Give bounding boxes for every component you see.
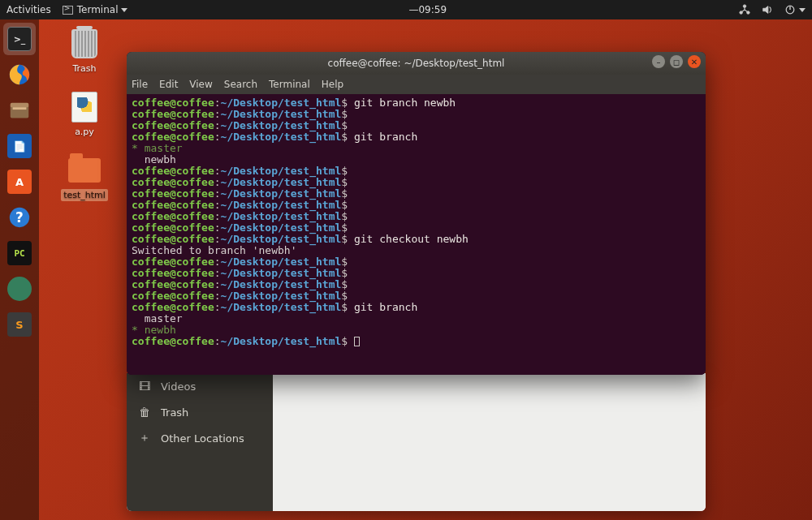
clock[interactable]: — 09:59 [408,4,447,15]
document-icon: 📄 [7,134,32,158]
network-icon[interactable] [739,4,750,15]
launcher-dock: 📄 A ? PC S [0,19,39,520]
desktop-icon-test-html[interactable]: test_html [58,154,110,201]
menu-search[interactable]: Search [224,79,257,90]
window-minimize-button[interactable]: – [652,55,665,68]
launcher-firefox[interactable] [3,58,36,91]
help-icon: ? [7,205,32,230]
terminal-window: coffee@coffee: ~/Desktop/test_html – ◻ ✕… [127,52,706,375]
terminal-menubar: File Edit View Search Terminal Help [127,75,706,94]
sidebar-item-label: Videos [161,380,196,393]
firefox-icon [7,62,32,87]
svg-text:?: ? [15,209,24,226]
launcher-libreoffice-writer[interactable]: 📄 [3,130,36,162]
menu-edit[interactable]: Edit [159,79,178,90]
desktop-icon-apy[interactable]: a.py [58,91,110,138]
menu-file[interactable]: File [132,79,148,90]
launcher-pycharm[interactable]: PC [3,237,36,269]
launcher-files[interactable] [3,94,36,127]
svg-point-0 [743,5,746,8]
terminal-icon [7,27,32,51]
atom-icon [7,277,32,301]
files-sidebar: 🎞 Videos 🗑 Trash ＋ Other Locations [127,373,273,511]
chevron-down-icon [121,8,127,12]
desktop-icon-label: a.py [72,126,97,138]
files-sidebar-item-other-locations[interactable]: ＋ Other Locations [127,425,273,451]
files-sidebar-item-videos[interactable]: 🎞 Videos [127,373,273,399]
files-content-pane[interactable] [273,373,706,511]
launcher-atom[interactable] [3,273,36,305]
window-maximize-button[interactable]: ◻ [670,55,683,68]
desktop-icon-label: test_html [61,189,108,201]
desktop-icon-trash[interactable]: Trash [58,28,110,75]
volume-icon[interactable] [762,4,773,15]
plus-icon: ＋ [138,431,151,445]
svg-rect-6 [11,103,29,108]
trash-icon: 🗑 [138,406,151,419]
video-icon: 🎞 [138,380,151,393]
sublime-icon: S [7,312,32,337]
launcher-help[interactable]: ? [3,201,36,234]
app-menu-indicator[interactable]: Terminal [63,4,128,15]
menu-view[interactable]: View [189,79,212,90]
terminal-body[interactable]: coffee@coffee:~/Desktop/test_html$ git b… [127,94,706,375]
desktop-icon-label: Trash [70,62,98,75]
launcher-terminal[interactable] [3,23,36,55]
launcher-sublime[interactable]: S [3,308,36,341]
clock-text: 09:59 [418,4,447,15]
folder-icon [68,158,101,183]
svg-rect-7 [13,107,27,110]
trash-icon [71,29,97,58]
chevron-down-icon [799,8,806,12]
python-file-icon [71,92,97,122]
files-sidebar-item-trash[interactable]: 🗑 Trash [127,399,273,425]
terminal-cursor [354,337,360,346]
pycharm-icon: PC [7,241,32,265]
menu-help[interactable]: Help [322,79,343,90]
activities-button[interactable]: Activities [6,4,51,15]
sidebar-item-label: Trash [161,406,188,419]
launcher-software[interactable]: A [3,165,36,198]
power-icon[interactable] [784,4,806,15]
app-menu-label: Terminal [77,4,119,15]
files-window: 🎞 Videos 🗑 Trash ＋ Other Locations [127,373,706,511]
shopping-bag-icon: A [7,170,32,194]
menu-terminal[interactable]: Terminal [269,79,310,90]
terminal-title: coffee@coffee: ~/Desktop/test_html [127,58,706,69]
terminal-titlebar[interactable]: coffee@coffee: ~/Desktop/test_html – ◻ ✕ [127,52,706,75]
window-close-button[interactable]: ✕ [688,55,701,68]
sidebar-item-label: Other Locations [161,432,244,445]
terminal-icon [63,6,73,15]
files-icon [7,98,32,122]
